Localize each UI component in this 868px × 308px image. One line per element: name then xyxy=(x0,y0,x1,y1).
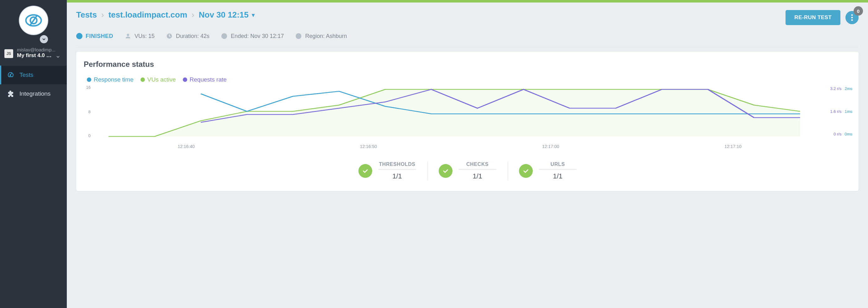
puzzle-icon xyxy=(7,90,14,97)
svg-point-3 xyxy=(851,14,853,16)
stat-value: 1/1 xyxy=(459,172,496,180)
check-icon xyxy=(519,164,533,178)
y-tick: 0 xyxy=(88,133,91,138)
dot-icon xyxy=(87,78,91,82)
nav-tests-label: Tests xyxy=(20,71,33,79)
check-icon xyxy=(359,164,372,178)
legend-label: Requests rate xyxy=(190,76,227,83)
meta-duration: Duration: 42s xyxy=(166,33,210,39)
legend-requests-rate[interactable]: Requests rate xyxy=(183,76,227,83)
x-axis: 12:16:40 12:16:50 12:17:00 12:17:10 xyxy=(95,144,824,149)
nav-integrations-label: Integrations xyxy=(20,90,51,97)
x-tick: 12:17:10 xyxy=(642,144,824,149)
notification-badge[interactable]: 0 xyxy=(854,6,863,16)
status-stripe xyxy=(67,0,868,2)
gauge-icon xyxy=(7,71,14,79)
svg-point-4 xyxy=(851,17,853,19)
dot-icon xyxy=(141,78,145,82)
y-tick: 1.6 r/s xyxy=(830,109,841,114)
meta-ended-label: Ended: Nov 30 12:17 xyxy=(231,33,284,39)
y-tick: 1ms xyxy=(844,109,852,114)
rerun-button[interactable]: RE-RUN TEST xyxy=(785,10,840,25)
logo-chevron-icon[interactable] xyxy=(40,35,48,43)
legend-response-time[interactable]: Response time xyxy=(87,76,133,83)
status-dot-icon xyxy=(76,33,83,39)
calendar-icon xyxy=(221,33,228,39)
sidebar: JS mislav@loadimp... My first 4.0 proj T… xyxy=(0,0,67,308)
stat-title: URLS xyxy=(539,161,577,170)
nav-tests[interactable]: Tests xyxy=(0,66,67,84)
kebab-icon xyxy=(851,14,853,21)
test-meta-row: FINISHED VUs: 15 Duration: 42s Ended: No… xyxy=(67,33,868,47)
globe-icon xyxy=(295,33,302,39)
y-tick: 8 xyxy=(88,110,91,114)
breadcrumb-date-label: Nov 30 12:15 xyxy=(199,10,249,20)
meta-vus: VUs: 15 xyxy=(124,33,155,39)
project-name: My first 4.0 proj xyxy=(17,52,60,60)
main-content: Tests › test.loadimpact.com › Nov 30 12:… xyxy=(67,0,868,308)
x-tick: 12:16:40 xyxy=(95,144,277,149)
y-tick: 0 r/s xyxy=(834,132,841,136)
svg-marker-10 xyxy=(108,89,800,136)
meta-duration-label: Duration: 42s xyxy=(176,33,210,39)
stat-title: CHECKS xyxy=(459,161,496,170)
legend-label: Response time xyxy=(94,76,133,83)
breadcrumb-sep: › xyxy=(101,10,104,20)
svg-point-5 xyxy=(851,20,853,21)
stat-value: 1/1 xyxy=(378,172,416,180)
legend-vus-active[interactable]: VUs active xyxy=(141,76,176,83)
breadcrumb-date-dropdown[interactable]: Nov 30 12:15 ▾ xyxy=(199,10,255,20)
user-email: mislav@loadimp... xyxy=(17,47,60,52)
y-tick: 3.2 r/s xyxy=(830,86,841,91)
svg-point-9 xyxy=(296,33,301,39)
user-icon xyxy=(124,33,131,39)
clock-icon xyxy=(166,33,173,39)
x-tick: 12:16:50 xyxy=(277,144,459,149)
caret-down-icon: ▾ xyxy=(252,11,255,19)
dot-icon xyxy=(183,78,187,82)
x-tick: 12:17:00 xyxy=(460,144,642,149)
y-tick: 0ms xyxy=(844,132,852,136)
breadcrumb-root[interactable]: Tests xyxy=(76,10,97,20)
svg-point-8 xyxy=(221,33,227,39)
page-header: Tests › test.loadimpact.com › Nov 30 12:… xyxy=(67,2,868,33)
check-icon xyxy=(439,164,453,178)
app-logo[interactable] xyxy=(20,6,48,34)
y-axis-left: 16 8 0 xyxy=(83,86,92,136)
performance-chart: 16 8 0 3.2 r/s2ms 1.6 r/s1ms 0 r/s0ms 12… xyxy=(83,86,852,149)
card-title: Performance status xyxy=(84,60,852,69)
legend-label: VUs active xyxy=(147,76,176,83)
breadcrumb-site[interactable]: test.loadimpact.com xyxy=(108,10,187,20)
chevron-down-icon xyxy=(56,55,60,60)
y-tick: 2ms xyxy=(844,86,852,91)
meta-region-label: Region: Ashburn xyxy=(305,33,347,39)
meta-region: Region: Ashburn xyxy=(295,33,347,39)
eye-logo-icon xyxy=(25,11,42,29)
user-project-block[interactable]: JS mislav@loadimp... My first 4.0 proj xyxy=(0,44,67,66)
svg-point-6 xyxy=(127,34,129,36)
status-label: FINISHED xyxy=(86,33,113,39)
js-badge-icon: JS xyxy=(4,49,13,58)
breadcrumb-sep: › xyxy=(192,10,194,20)
stat-checks[interactable]: CHECKS1/1 xyxy=(427,160,508,182)
performance-card: Performance status Response time VUs act… xyxy=(76,52,859,191)
header-actions: RE-RUN TEST xyxy=(785,10,859,25)
meta-ended: Ended: Nov 30 12:17 xyxy=(221,33,284,39)
y-tick: 16 xyxy=(86,85,91,90)
meta-status: FINISHED xyxy=(76,33,113,39)
header-divider xyxy=(76,47,859,48)
stat-urls[interactable]: URLS1/1 xyxy=(508,160,588,182)
chart-svg xyxy=(83,86,852,149)
meta-vus-label: VUs: 15 xyxy=(134,33,155,39)
stats-row: THRESHOLDS1/1 CHECKS1/1 URLS1/1 xyxy=(83,160,852,182)
logo-wrap xyxy=(0,0,67,44)
stat-value: 1/1 xyxy=(539,172,577,180)
chart-legend: Response time VUs active Requests rate xyxy=(87,76,852,83)
breadcrumb: Tests › test.loadimpact.com › Nov 30 12:… xyxy=(76,10,255,20)
stat-thresholds[interactable]: THRESHOLDS1/1 xyxy=(347,160,427,182)
nav-integrations[interactable]: Integrations xyxy=(0,84,67,103)
stat-title: THRESHOLDS xyxy=(378,161,416,170)
y-axis-right: 3.2 r/s2ms 1.6 r/s1ms 0 r/s0ms xyxy=(830,86,852,136)
